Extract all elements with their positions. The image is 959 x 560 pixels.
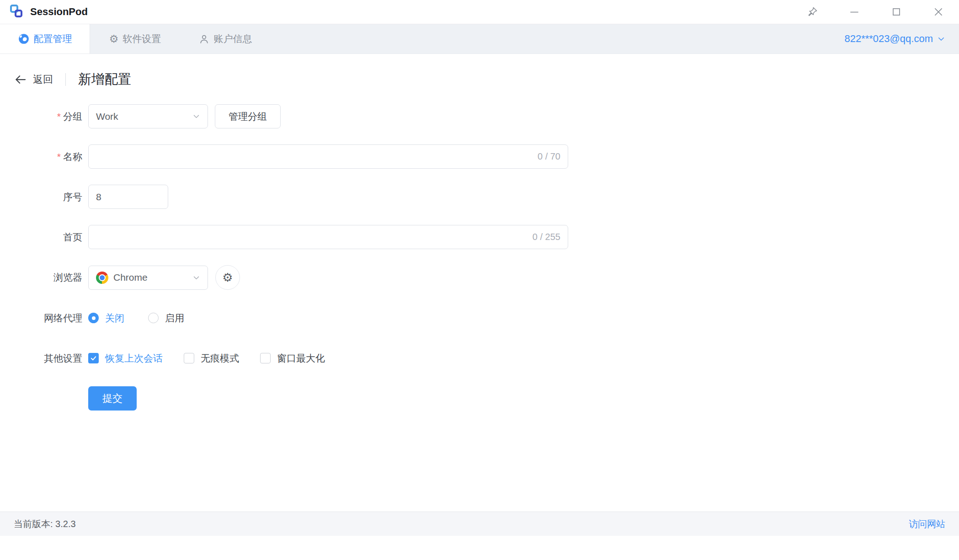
checkbox-checked-icon[interactable] [88, 353, 99, 363]
form-row-sequence: 序号 [0, 185, 959, 209]
app-logo-icon [9, 4, 26, 20]
group-select-value: Work [96, 111, 118, 122]
window-maximize-label: 窗口最大化 [277, 352, 325, 365]
person-icon [198, 33, 210, 45]
proxy-option-off[interactable]: 关闭 [88, 312, 124, 325]
option-incognito-mode[interactable]: 无痕模式 [184, 352, 239, 365]
maximize-button[interactable] [890, 5, 903, 19]
form-row-other-settings: 其他设置 恢复上次会话 无痕模式 窗口最大化 [0, 346, 959, 370]
tab-label: 配置管理 [34, 32, 72, 45]
config-form: *分组 Work 管理分组 *名称 0 / 70 序号 [0, 104, 959, 411]
gear-icon: ⚙ [222, 271, 233, 285]
account-menu[interactable]: 822***023@qq.com [844, 24, 959, 53]
chevron-down-icon [937, 35, 945, 43]
incognito-mode-label: 无痕模式 [201, 352, 239, 365]
divider [65, 73, 66, 86]
chrome-icon [96, 272, 108, 284]
pin-button[interactable] [805, 5, 819, 19]
required-asterisk: * [57, 111, 61, 122]
required-asterisk: * [57, 151, 61, 162]
tab-config-management[interactable]: 配置管理 [0, 24, 90, 53]
form-row-homepage: 首页 0 / 255 [0, 225, 959, 249]
back-label[interactable]: 返回 [33, 73, 53, 86]
page-title: 新增配置 [78, 70, 131, 89]
homepage-char-counter: 0 / 255 [527, 232, 560, 242]
visit-website-link[interactable]: 访问网站 [909, 518, 945, 530]
form-row-browser: 浏览器 Chrome ⚙ [0, 265, 959, 290]
browser-settings-button[interactable]: ⚙ [215, 265, 240, 290]
form-row-proxy: 网络代理 关闭 启用 [0, 306, 959, 330]
minimize-button[interactable] [847, 5, 861, 19]
restore-session-label: 恢复上次会话 [105, 352, 163, 365]
logo-square-front [15, 10, 22, 17]
other-settings-label: 其他设置 [0, 352, 82, 365]
back-arrow-icon [14, 73, 27, 86]
tab-account-info[interactable]: 账户信息 [180, 24, 270, 53]
maximize-icon [890, 6, 902, 18]
close-icon [932, 6, 944, 18]
minimize-icon [848, 6, 860, 18]
homepage-input-wrap: 0 / 255 [88, 225, 568, 249]
group-select[interactable]: Work [88, 104, 208, 128]
form-row-name: *名称 0 / 70 [0, 144, 959, 169]
pin-icon [806, 6, 818, 18]
radio-selected-icon[interactable] [88, 313, 99, 323]
name-input[interactable] [96, 151, 532, 162]
form-row-submit: 提交 [0, 386, 959, 411]
name-label: *名称 [0, 150, 82, 163]
gear-icon: ⚙ [109, 34, 119, 44]
globe-icon [18, 33, 30, 45]
homepage-label: 首页 [0, 231, 82, 244]
browser-select[interactable]: Chrome [88, 266, 208, 290]
sequence-label: 序号 [0, 191, 82, 203]
proxy-on-label: 启用 [165, 312, 184, 325]
tab-label: 软件设置 [123, 32, 161, 45]
manage-groups-button[interactable]: 管理分组 [215, 104, 281, 128]
titlebar: SessionPod [0, 0, 959, 24]
form-row-group: *分组 Work 管理分组 [0, 104, 959, 128]
checkbox-unchecked-icon[interactable] [260, 353, 271, 363]
window-controls [805, 5, 945, 19]
app-title: SessionPod [30, 6, 88, 18]
checkbox-unchecked-icon[interactable] [184, 353, 194, 363]
sequence-input[interactable] [96, 192, 160, 203]
proxy-label: 网络代理 [0, 312, 82, 325]
proxy-option-on[interactable]: 启用 [148, 312, 184, 325]
back-button[interactable] [14, 73, 27, 86]
close-button[interactable] [932, 5, 945, 19]
name-input-wrap: 0 / 70 [88, 144, 568, 169]
submit-button[interactable]: 提交 [88, 386, 137, 411]
chevron-down-icon [192, 112, 200, 120]
browser-label: 浏览器 [0, 271, 82, 284]
tab-software-settings[interactable]: ⚙ 软件设置 [90, 24, 180, 53]
tab-bar: 配置管理 ⚙ 软件设置 账户信息 822***023@qq.com [0, 24, 959, 54]
version-text: 当前版本: 3.2.3 [14, 518, 76, 530]
proxy-off-label: 关闭 [105, 312, 124, 325]
name-char-counter: 0 / 70 [532, 151, 560, 162]
footer: 当前版本: 3.2.3 访问网站 [0, 512, 959, 536]
sequence-input-wrap [88, 185, 168, 209]
homepage-input[interactable] [96, 232, 527, 243]
chevron-down-icon [192, 274, 200, 282]
group-label: *分组 [0, 110, 82, 123]
radio-unselected-icon[interactable] [148, 313, 159, 323]
main-content: 返回 新增配置 *分组 Work 管理分组 *名称 0 / 70 [0, 54, 959, 536]
tab-label: 账户信息 [214, 32, 252, 45]
browser-select-value: Chrome [113, 272, 148, 283]
option-window-maximize[interactable]: 窗口最大化 [260, 352, 325, 365]
option-restore-session[interactable]: 恢复上次会话 [88, 352, 163, 365]
page-header: 返回 新增配置 [0, 54, 959, 90]
account-email: 822***023@qq.com [844, 33, 933, 45]
